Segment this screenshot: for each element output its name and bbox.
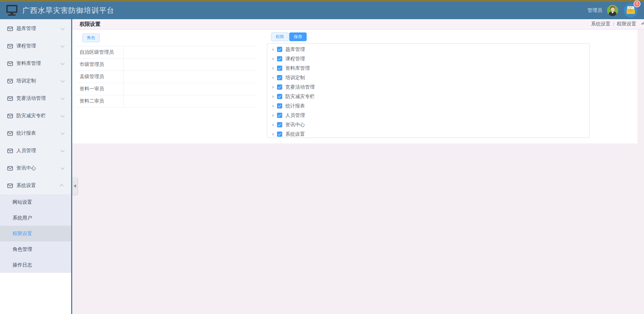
caret-right-icon[interactable] [272, 48, 274, 51]
sidebar-item-courses[interactable]: 课程管理 [0, 37, 71, 55]
current-user-label: 管理员 [587, 7, 602, 14]
sidebar-item-label: 培训定制 [16, 78, 36, 84]
tree-node-label: 资讯中心 [285, 122, 305, 128]
envelope-icon [7, 131, 13, 136]
sidebar-item-label: 竞赛活动管理 [16, 95, 46, 102]
chevron-down-icon [61, 61, 65, 65]
message-count-badge: 0 [634, 0, 641, 7]
sidebar-menu: 题库管理 课程管理 资料库管理 培训定制 竞赛活动管理 [0, 19, 71, 273]
sidebar-item-label: 资料库管理 [16, 60, 41, 67]
checkbox-checked[interactable] [277, 113, 282, 118]
sidebar-item-disaster-column[interactable]: 防灾减灾专栏 [0, 107, 71, 125]
tree-node-system-settings[interactable]: 系统设置 [267, 129, 589, 138]
sidebar-item-personnel[interactable]: 人员管理 [0, 142, 71, 159]
role-row-city-admin[interactable]: 市级管理员 [76, 59, 255, 71]
triangle-left-icon [74, 184, 76, 188]
sidebar-item-system-settings[interactable]: 系统设置 [0, 177, 71, 194]
checkbox-checked[interactable] [277, 84, 282, 90]
submenu-item-permission-settings[interactable]: 权限设置 [0, 226, 71, 241]
sidebar-item-label: 统计报表 [16, 130, 36, 136]
role-empty-cell [123, 46, 255, 58]
tree-node-courses[interactable]: 课程管理 [267, 54, 589, 63]
breadcrumb-separator: / [613, 21, 614, 27]
tree-node-question-bank[interactable]: 题库管理 [267, 45, 589, 54]
caret-right-icon[interactable] [272, 124, 274, 126]
submenu-item-operation-logs[interactable]: 操作日志 [0, 257, 71, 273]
checkbox-checked[interactable] [277, 47, 282, 52]
sidebar-collapse-handle[interactable] [72, 177, 77, 195]
caret-right-icon[interactable] [272, 86, 274, 89]
checkbox-checked[interactable] [277, 132, 282, 137]
avatar-collar [611, 12, 614, 14]
breadcrumb-section[interactable]: 系统设置 [591, 21, 611, 27]
tree-node-material-library[interactable]: 资料库管理 [267, 63, 589, 73]
role-name-cell: 县级管理员 [76, 71, 123, 83]
tree-node-label: 人员管理 [285, 112, 305, 119]
sidebar-item-competition[interactable]: 竞赛活动管理 [0, 90, 71, 107]
checkbox-checked[interactable] [277, 66, 282, 71]
tree-node-reports[interactable]: 统计报表 [267, 101, 589, 111]
caret-right-icon[interactable] [272, 58, 274, 60]
sidebar-item-question-bank[interactable]: 题库管理 [0, 20, 71, 37]
caret-right-icon[interactable] [272, 95, 274, 98]
tree-node-disaster-column[interactable]: 防灾减灾专栏 [267, 92, 589, 101]
monitor-logo-icon [6, 4, 19, 17]
tree-node-personnel[interactable]: 人员管理 [267, 111, 589, 120]
permission-button[interactable]: 权限 [271, 32, 289, 41]
role-row-county-admin[interactable]: 县级管理员 [76, 71, 255, 83]
envelope-icon [7, 27, 13, 31]
sidebar-item-material-library[interactable]: 资料库管理 [0, 55, 71, 72]
chevron-up-icon [60, 184, 63, 188]
role-name-cell: 市级管理员 [76, 59, 123, 70]
role-button[interactable]: 角色 [82, 33, 100, 42]
tree-node-competition[interactable]: 竞赛活动管理 [267, 82, 589, 92]
submenu-item-label: 角色管理 [13, 246, 32, 253]
envelope-icon [7, 44, 13, 48]
caret-right-icon[interactable] [272, 114, 274, 117]
caret-right-icon[interactable] [272, 133, 274, 136]
chevron-down-icon [61, 44, 65, 47]
role-name-cell: 资料一审员 [76, 83, 123, 95]
tree-node-label: 课程管理 [285, 56, 305, 62]
submenu-item-system-users[interactable]: 系统用户 [0, 210, 71, 226]
user-avatar[interactable] [607, 5, 618, 16]
checkbox-checked[interactable] [277, 122, 282, 127]
tree-node-label: 防灾减灾专栏 [285, 94, 315, 100]
tree-node-label: 培训定制 [285, 75, 305, 81]
role-empty-cell [123, 59, 255, 70]
submenu-item-site-settings[interactable]: 网站设置 [0, 194, 71, 210]
envelope-icon [7, 184, 13, 188]
checkbox-checked[interactable] [277, 75, 282, 80]
sidebar-item-label: 资讯中心 [16, 165, 36, 171]
app-header: 广西水旱灾害防御培训平台 管理员 0 [0, 2, 644, 19]
tree-node-training[interactable]: 培训定制 [267, 73, 589, 82]
page-title: 权限设置 [80, 21, 100, 28]
role-empty-cell [123, 83, 255, 95]
submenu-item-role-management[interactable]: 角色管理 [0, 241, 71, 257]
envelope-icon [7, 61, 13, 66]
caret-right-icon[interactable] [272, 105, 274, 107]
envelope-icon [7, 114, 13, 118]
page-title-bar: 权限设置 系统设置 / 权限设置 [72, 19, 644, 29]
role-row-region-admin[interactable]: 自治区级管理员 [76, 46, 255, 59]
role-empty-cell [123, 95, 255, 107]
tree-node-news-center[interactable]: 资讯中心 [267, 120, 589, 129]
role-row-first-reviewer[interactable]: 资料一审员 [76, 83, 255, 95]
checkbox-checked[interactable] [277, 56, 282, 61]
save-button[interactable]: 保存 [289, 32, 307, 41]
messages-button[interactable]: 0 [624, 3, 638, 17]
checkbox-checked[interactable] [277, 103, 282, 109]
sidebar-item-reports[interactable]: 统计报表 [0, 125, 71, 142]
tree-node-label: 题库管理 [285, 46, 305, 53]
chevron-down-icon [61, 113, 65, 117]
permission-settings-card: 角色 自治区级管理员 市级管理员 县级管理员 资料一审员 [72, 30, 637, 143]
sidebar-item-news-center[interactable]: 资讯中心 [0, 159, 71, 177]
caret-right-icon[interactable] [272, 67, 274, 70]
role-row-second-reviewer[interactable]: 资料二审员 [76, 95, 255, 107]
submenu-item-label: 权限设置 [13, 231, 32, 237]
sidebar-item-training[interactable]: 培训定制 [0, 72, 71, 90]
checkbox-checked[interactable] [277, 94, 282, 99]
chevron-down-icon [61, 166, 65, 170]
sidebar: 题库管理 课程管理 资料库管理 培训定制 竞赛活动管理 [0, 19, 72, 314]
caret-right-icon[interactable] [272, 76, 274, 79]
